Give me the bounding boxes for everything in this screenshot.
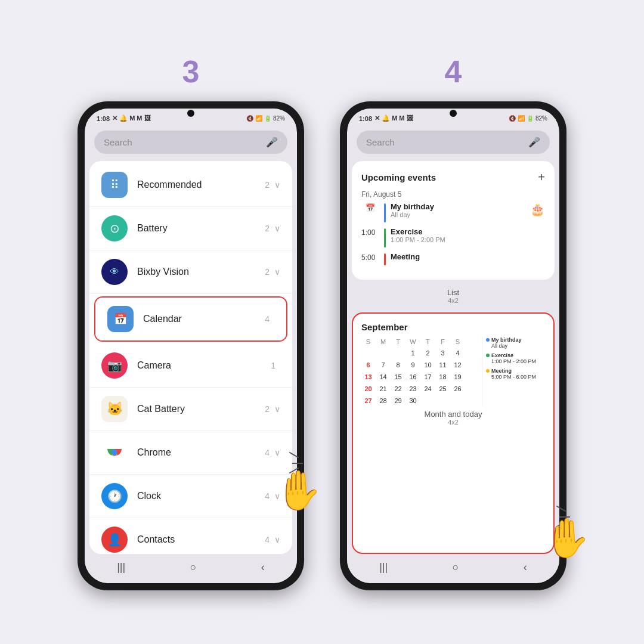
chevron-battery: ∨ xyxy=(274,224,280,233)
list-item-calendar[interactable]: 📅 Calendar 4 xyxy=(95,298,286,340)
birthday-sub: All day xyxy=(391,211,525,218)
list-item-chrome[interactable]: Chrome 4 ∨ xyxy=(89,431,292,475)
list-item-clock[interactable]: 🕐 Clock 4 ∨ xyxy=(89,475,292,518)
nav-home-4[interactable]: ○ xyxy=(453,561,459,574)
nav-back-3[interactable]: ‹ xyxy=(261,561,265,574)
icon-clock: 🕐 xyxy=(101,483,128,509)
event-exercise: 1:00 Exercise 1:00 PM - 2:00 PM xyxy=(361,227,545,247)
cal-day-4: 4 xyxy=(451,348,465,358)
item-count-bixby: 2 xyxy=(265,267,270,277)
birthday-bar xyxy=(384,203,386,222)
event-birthday: 📅 My birthday All day 🎂 xyxy=(361,202,545,222)
chevron-chrome: ∨ xyxy=(274,448,280,457)
cal-day-26: 26 xyxy=(451,383,465,394)
hand-cursor-4: 🤚 xyxy=(543,516,590,561)
cal-h-t1: T xyxy=(391,337,405,346)
search-bar-4[interactable]: Search 🎤 xyxy=(357,131,550,154)
icon-recommended: ⠿ xyxy=(101,172,128,198)
phone4-screen: 1:08 ✕ 🔔 M M 🖼 🔇 📶 🔋 82% Search 🎤 xyxy=(347,109,559,583)
cal-grid-area: S M T W T F S xyxy=(361,337,479,406)
mic-icon-4: 🎤 xyxy=(528,137,540,148)
cal-day-17: 17 xyxy=(421,371,435,382)
add-event-button[interactable]: + xyxy=(538,171,545,184)
cal-day-28: 28 xyxy=(376,395,390,406)
nav-home-3[interactable]: ○ xyxy=(190,561,197,574)
phone4: 1:08 ✕ 🔔 M M 🖼 🔇 📶 🔋 82% Search 🎤 xyxy=(340,101,566,590)
chevron-contacts: ∨ xyxy=(274,535,280,544)
dot-meeting xyxy=(486,369,490,373)
cal-day-10: 10 xyxy=(421,360,435,370)
list-item-camera[interactable]: 📷 Camera 1 xyxy=(89,344,292,388)
cal-day-23: 23 xyxy=(406,383,420,394)
mic-icon-3: 🎤 xyxy=(266,137,278,148)
item-name-catbattery: Cat Battery xyxy=(137,404,265,414)
cal-day-27: 27 xyxy=(361,395,375,406)
item-name-clock: Clock xyxy=(137,491,265,501)
list-item-battery[interactable]: ⊙ Battery 2 ∨ xyxy=(89,207,292,250)
month-today-label: Month and today xyxy=(361,410,545,419)
exercise-name: Exercise xyxy=(391,227,545,236)
birthday-emoji: 🎂 xyxy=(530,202,545,216)
dot-exercise xyxy=(486,354,490,357)
cal-event-meeting-name: Meeting xyxy=(491,368,536,374)
icon-calendar: 📅 xyxy=(107,306,134,332)
cal-day-20: 20 xyxy=(361,383,375,394)
item-name-contacts: Contacts xyxy=(137,534,265,545)
item-count-battery: 2 xyxy=(265,224,270,233)
phone4-wrapper: 1:08 ✕ 🔔 M M 🖼 🔇 📶 🔋 82% Search 🎤 xyxy=(340,101,566,590)
status-icons-4: 🔇 📶 🔋 82% xyxy=(509,115,547,122)
item-count-clock: 4 xyxy=(265,491,270,501)
cal-day-1: 1 xyxy=(406,348,420,358)
calendar-widget[interactable]: September S M T W T F xyxy=(352,312,555,554)
upcoming-header: Upcoming events + xyxy=(361,171,545,184)
chevron-recommended: ∨ xyxy=(274,180,280,190)
item-name-recommended: Recommended xyxy=(137,179,265,190)
nav-recents-3[interactable]: ||| xyxy=(117,561,125,574)
list-item-recommended[interactable]: ⠿ Recommended 2 ∨ xyxy=(89,163,292,207)
cal-h-s1: S xyxy=(361,337,375,346)
list-item-contacts[interactable]: 👤 Contacts 4 ∨ xyxy=(89,518,292,554)
icon-battery: ⊙ xyxy=(101,215,128,242)
cal-day-9: 9 xyxy=(406,360,420,370)
item-count-catbattery: 2 xyxy=(265,404,270,414)
cal-event-meeting: Meeting 5:00 PM - 6:00 PM xyxy=(486,368,545,380)
exercise-sub: 1:00 PM - 2:00 PM xyxy=(391,236,545,243)
cal-event-birthday: My birthday All day xyxy=(486,337,545,349)
phone4-content: Upcoming events + Fri, August 5 📅 My bir… xyxy=(347,161,559,554)
hand-cursor-3: 🤚 xyxy=(274,468,322,513)
nav-back-4[interactable]: ‹ xyxy=(524,561,527,574)
list-item-bixby[interactable]: 👁 Bixby Vision 2 ∨ xyxy=(89,250,292,294)
cal-day-15: 15 xyxy=(391,371,405,382)
cal-event-exercise-sub: 1:00 PM - 2:00 PM xyxy=(491,358,536,364)
step3-number: 3 xyxy=(182,54,200,89)
upcoming-title: Upcoming events xyxy=(361,172,436,182)
search-text-4: Search xyxy=(366,137,395,147)
cal-day-6: 6 xyxy=(361,360,375,370)
icon-contacts: 👤 xyxy=(101,527,128,553)
list-label-text: List xyxy=(352,286,555,297)
item-name-bixby: Bixby Vision xyxy=(137,267,265,277)
item-count-camera: 1 xyxy=(271,361,275,370)
step3-container: 3 1:08 ✕ 🔔 M M 🖼 🔇 📶 🔋 82% xyxy=(78,54,304,590)
cal-content: S M T W T F S xyxy=(361,337,545,406)
item-count-recommended: 2 xyxy=(265,180,270,190)
cal-day-2: 2 xyxy=(421,348,435,358)
search-bar-3[interactable]: Search 🎤 xyxy=(94,131,287,154)
status-bar-4: 1:08 ✕ 🔔 M M 🖼 🔇 📶 🔋 82% xyxy=(347,109,559,126)
nav-recents-4[interactable]: ||| xyxy=(379,561,388,574)
item-name-camera: Camera xyxy=(137,360,271,371)
cal-day-8: 8 xyxy=(391,360,405,370)
app-list-3: ⠿ Recommended 2 ∨ ⊙ Battery 2 ∨ 👁 xyxy=(89,161,292,554)
list-item-catbattery[interactable]: 🐱 Cat Battery 2 ∨ xyxy=(89,388,292,431)
cal-day-16: 16 xyxy=(406,371,420,382)
cal-h-m: M xyxy=(376,337,390,346)
item-name-chrome: Chrome xyxy=(137,447,265,458)
cal-day-3: 3 xyxy=(436,348,450,358)
cal-grid: S M T W T F S xyxy=(361,337,479,406)
camera-notch-4 xyxy=(450,110,457,117)
status-icons-3: 🔇 📶 🔋 82% xyxy=(246,115,285,122)
cal-month-label: September xyxy=(361,322,545,332)
icon-bixby: 👁 xyxy=(101,259,128,285)
cal-event-meeting-sub: 5:00 PM - 6:00 PM xyxy=(491,374,536,380)
cal-day-14: 14 xyxy=(376,371,390,382)
